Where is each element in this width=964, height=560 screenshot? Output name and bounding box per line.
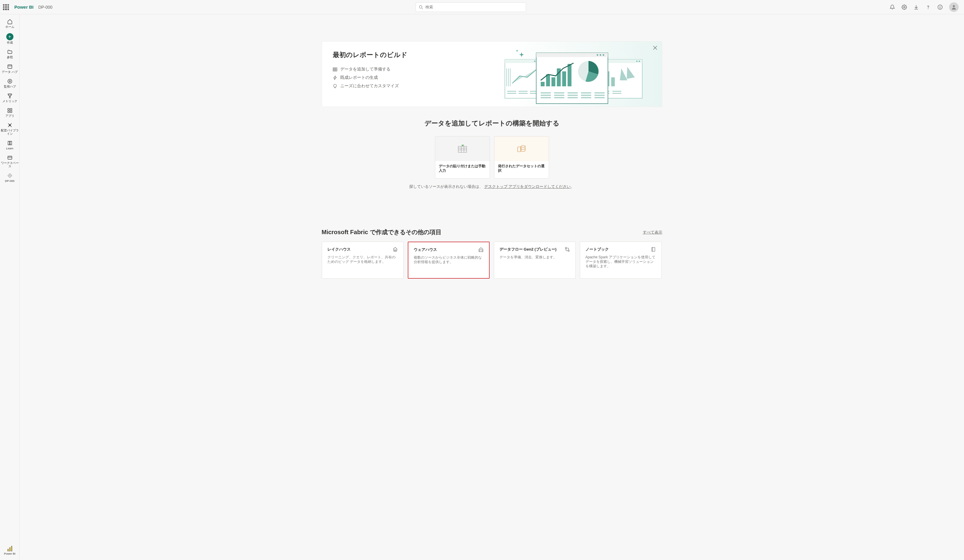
fabric-card-desc: Apache Spark アプリケーションを使用してデータを探索し、機械学習ソリ… (586, 255, 656, 269)
nav-powerbi[interactable]: Power BI (1, 544, 19, 557)
folder-icon (7, 49, 13, 55)
nav-apps[interactable]: アプリ (1, 106, 19, 119)
close-button[interactable] (653, 46, 658, 50)
nav-learn[interactable]: Learn (1, 138, 19, 152)
svg-rect-82 (518, 147, 521, 152)
help-icon[interactable] (925, 4, 931, 10)
dataset-icon (517, 145, 526, 153)
svg-rect-75 (594, 95, 605, 96)
svg-rect-73 (581, 97, 591, 98)
svg-rect-87 (651, 247, 655, 251)
svg-rect-55 (541, 82, 545, 86)
svg-rect-67 (554, 97, 564, 98)
home-icon (7, 18, 13, 24)
svg-point-83 (521, 145, 525, 147)
avatar[interactable] (949, 2, 959, 12)
svg-rect-84 (394, 250, 396, 251)
svg-rect-63 (541, 95, 551, 96)
svg-rect-49 (612, 93, 621, 94)
nav-monitoring-hub[interactable]: 監視ハブ (1, 77, 19, 90)
nav-browse[interactable]: 参照 (1, 47, 19, 61)
search-box[interactable] (415, 2, 526, 12)
fabric-card-lakehouse[interactable]: レイクハウス クリーニング、クエリ、レポート、共有のためのビッグ データを格納し… (322, 242, 404, 278)
hero-step-3: ニーズに合わせてカスタマイズ (333, 83, 452, 89)
nav-home[interactable]: ホーム (1, 17, 19, 30)
svg-rect-36 (519, 93, 528, 94)
nav-create[interactable]: + 作成 (1, 31, 19, 46)
source-card-paste[interactable]: データの貼り付けまたは手動入力 (435, 136, 490, 179)
svg-point-6 (941, 6, 941, 7)
svg-point-52 (602, 54, 604, 56)
dataflow-icon (565, 247, 570, 252)
hero-title: 最初のレポートのビルド (333, 50, 452, 59)
fabric-card-warehouse[interactable]: ウェアハウス 複数のソースからビジネス全体に戦略的な分析情報を提供します。 (408, 242, 490, 278)
svg-point-2 (904, 6, 905, 8)
feedback-icon[interactable] (937, 4, 943, 10)
svg-rect-74 (594, 92, 605, 93)
nav-data-hub[interactable]: データ ハブ (1, 62, 19, 75)
brand-name: Power BI (14, 5, 33, 10)
data-hub-icon (7, 63, 13, 70)
plus-circle-icon: + (6, 33, 13, 40)
show-all-link[interactable]: すべて表示 (643, 230, 662, 235)
svg-line-1 (422, 8, 423, 9)
svg-rect-59 (562, 72, 566, 86)
svg-point-54 (596, 54, 598, 56)
nav-label: データ ハブ (2, 70, 18, 73)
svg-rect-8 (8, 65, 12, 68)
fabric-card-desc: データを準備、消去、変換します。 (500, 255, 570, 260)
main-content: 最初のレポートのビルド データを追加して準備する 既成レポートの生成 ニーズに合… (20, 14, 964, 560)
nav-pipelines[interactable]: 配置パイプライン (1, 120, 19, 137)
svg-rect-13 (8, 111, 9, 112)
diamond-icon (7, 173, 13, 179)
svg-rect-12 (10, 108, 11, 110)
search-input[interactable] (425, 5, 523, 9)
notifications-icon[interactable] (889, 4, 895, 10)
fabric-card-title: ウェアハウス (414, 247, 437, 252)
top-header: Power BI DP-000 (0, 0, 964, 14)
fabric-card-notebook[interactable]: ノートブック Apache Spark アプリケーションを使用してデータを探索し… (580, 242, 662, 278)
lakehouse-icon (392, 247, 398, 252)
hint-suffix: 。 (571, 184, 575, 189)
app-launcher-icon[interactable] (3, 4, 9, 10)
hero-step-text: データを追加して準備する (340, 67, 391, 72)
nav-metrics[interactable]: メトリック (1, 91, 19, 104)
table-icon (333, 67, 337, 72)
svg-rect-34 (507, 93, 516, 94)
apps-icon (7, 107, 13, 114)
trophy-icon (7, 93, 13, 99)
svg-rect-72 (581, 95, 591, 96)
svg-rect-68 (568, 92, 578, 93)
nav-label: 配置パイプライン (1, 129, 19, 135)
download-desktop-link[interactable]: デスクトップ アプリをダウンロードしてください (484, 184, 571, 189)
book-icon (7, 140, 13, 146)
hero-step-2: 既成レポートの生成 (333, 75, 452, 80)
svg-point-29 (534, 61, 535, 62)
lightning-icon (333, 76, 337, 80)
powerbi-logo-icon (7, 545, 13, 551)
source-card-dataset[interactable]: 発行されたデータセットの選択 (494, 136, 549, 179)
svg-rect-65 (554, 92, 564, 93)
notebook-icon (651, 247, 656, 252)
nav-label: Learn (6, 147, 13, 150)
left-nav: ホーム + 作成 参照 データ ハブ 監視ハブ メトリック アプリ 配置パイプラ (0, 14, 20, 560)
nav-current-workspace[interactable]: DP-000 (1, 171, 19, 184)
fabric-card-desc: 複数のソースからビジネス全体に戦略的な分析情報を提供します。 (414, 256, 484, 264)
svg-rect-56 (546, 74, 550, 86)
settings-gear-icon[interactable] (901, 4, 907, 10)
svg-rect-48 (612, 91, 621, 92)
svg-point-53 (599, 54, 601, 56)
breadcrumb[interactable]: DP-000 (38, 5, 52, 10)
warehouse-icon (478, 247, 484, 252)
fabric-card-title: データフロー Gen2 (プレビュー) (500, 247, 557, 252)
fabric-card-title: レイクハウス (327, 247, 351, 252)
fabric-card-dataflow[interactable]: データフロー Gen2 (プレビュー) データを準備、消去、変換します。 (494, 242, 576, 278)
nav-label: ホーム (5, 25, 14, 28)
svg-rect-20 (333, 67, 337, 71)
nav-workspaces[interactable]: ワークスペース (1, 153, 19, 169)
fabric-card-desc: クリーニング、クエリ、レポート、共有のためのビッグ データを格納します。 (327, 255, 398, 264)
svg-point-41 (639, 61, 640, 62)
add-data-title: データを追加してレポートの構築を開始する (322, 119, 662, 128)
download-icon[interactable] (913, 4, 919, 10)
svg-point-0 (419, 5, 422, 8)
